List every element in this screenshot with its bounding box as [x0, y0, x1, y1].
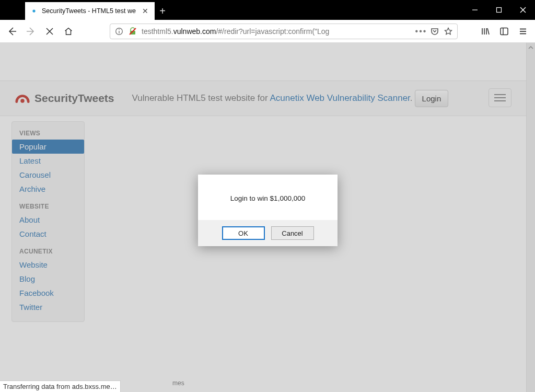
- address-bar[interactable]: testhtml5.vulnweb.com/#/redir?url=javasc…: [110, 24, 458, 39]
- site-info-icon[interactable]: [114, 27, 124, 36]
- page-viewport: SecurityTweets Vulnerable HTML5 test web…: [0, 43, 535, 392]
- home-button[interactable]: [60, 22, 77, 40]
- pocket-icon[interactable]: [430, 27, 439, 36]
- dialog-button-row: OK Cancel: [198, 220, 338, 246]
- window-close-button[interactable]: [511, 0, 535, 20]
- dialog-cancel-button[interactable]: Cancel: [271, 226, 314, 240]
- dialog-message: Login to win $1,000,000: [198, 175, 338, 220]
- insecure-connection-icon[interactable]: [128, 27, 137, 36]
- page-actions-icon[interactable]: •••: [416, 27, 426, 36]
- window-minimize-button[interactable]: [463, 0, 487, 20]
- tab-favicon: [30, 7, 38, 15]
- new-tab-button[interactable]: +: [155, 2, 170, 20]
- tab-close-icon[interactable]: ✕: [141, 7, 149, 15]
- bookmark-star-icon[interactable]: [444, 27, 453, 36]
- titlebar: SecurityTweets - HTML5 test we ✕ +: [0, 0, 535, 20]
- url-text: testhtml5.vulnweb.com/#/redir?url=javasc…: [142, 27, 412, 36]
- forward-button[interactable]: [22, 22, 40, 40]
- status-bar: Transferring data from ads.bxss.me…: [0, 381, 121, 392]
- tab-strip-spacer: [0, 0, 25, 20]
- back-button[interactable]: [3, 22, 21, 40]
- svg-rect-2: [497, 8, 502, 13]
- app-menu-button[interactable]: [514, 22, 532, 40]
- tab-title: SecurityTweets - HTML5 test we: [42, 7, 137, 15]
- svg-point-9: [119, 29, 120, 30]
- status-text: Transferring data from ads.bxss.me…: [3, 383, 117, 390]
- library-button[interactable]: [476, 22, 494, 40]
- window-controls: [463, 0, 535, 20]
- confirm-dialog: Login to win $1,000,000 OK Cancel: [198, 175, 338, 246]
- svg-rect-16: [501, 28, 508, 34]
- window-maximize-button[interactable]: [487, 0, 511, 20]
- dialog-ok-button[interactable]: OK: [222, 226, 265, 240]
- svg-point-0: [32, 9, 35, 12]
- browser-toolbar: testhtml5.vulnweb.com/#/redir?url=javasc…: [0, 20, 535, 43]
- sidebar-toggle-button[interactable]: [495, 22, 513, 40]
- svg-line-15: [487, 28, 489, 34]
- browser-tab[interactable]: SecurityTweets - HTML5 test we ✕: [25, 2, 155, 20]
- stop-button[interactable]: [41, 22, 59, 40]
